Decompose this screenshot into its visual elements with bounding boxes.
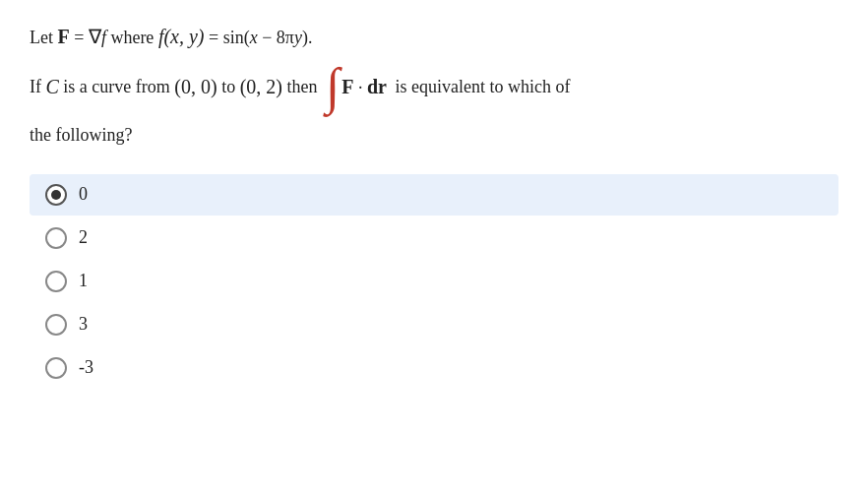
line2-C: C xyxy=(46,70,59,103)
line1-prefix: Let xyxy=(30,28,58,47)
line1-equals: = sin(x − 8πy). xyxy=(205,28,313,47)
question-text-line2: If C is a curve from (0, 0) to (0, 2) th… xyxy=(30,61,838,112)
line2-then: then xyxy=(286,72,317,102)
integral-symbol: ∫ xyxy=(326,61,340,112)
question-line3: the following? xyxy=(30,120,838,151)
radio-inner-dot xyxy=(51,190,61,200)
question-text: Let F = ∇f where f(x, y) = sin(x − 8πy). xyxy=(30,20,838,53)
option-item[interactable]: -3 xyxy=(30,347,838,389)
line1-eq: = xyxy=(70,28,89,47)
line2-prefix: If xyxy=(30,72,41,102)
option-label: -3 xyxy=(79,357,93,378)
line2-suffix: is equivalent to which of xyxy=(395,72,570,102)
option-label: 2 xyxy=(79,227,88,248)
option-item[interactable]: 2 xyxy=(30,217,838,259)
line2-curve: is a curve from xyxy=(63,72,169,102)
integral-container: ∫ F · dr xyxy=(326,61,387,112)
radio-button[interactable] xyxy=(45,227,67,249)
line1-nabla: ∇ xyxy=(89,26,101,47)
radio-button[interactable] xyxy=(45,184,67,206)
option-label: 3 xyxy=(79,314,88,335)
question-block: Let F = ∇f where f(x, y) = sin(x − 8πy).… xyxy=(30,20,838,151)
radio-button[interactable] xyxy=(45,314,67,336)
line1-func: f(x, y) xyxy=(158,26,205,47)
options-list: 0213-3 xyxy=(30,174,838,389)
integral-dot: · xyxy=(353,78,367,97)
line1-F: F xyxy=(58,26,70,47)
option-item[interactable]: 0 xyxy=(30,174,838,216)
line2-end: (0, 2) xyxy=(240,70,282,103)
option-label: 0 xyxy=(79,184,88,205)
integral-F: F xyxy=(341,76,353,97)
line2-from: (0, 0) xyxy=(174,70,217,103)
line2-to: to xyxy=(221,72,235,102)
option-item[interactable]: 3 xyxy=(30,304,838,345)
integral-expression: F · dr xyxy=(341,70,387,103)
integral-dr: dr xyxy=(367,76,387,97)
option-label: 1 xyxy=(79,271,88,291)
radio-button[interactable] xyxy=(45,357,67,379)
option-item[interactable]: 1 xyxy=(30,261,838,302)
line1-where: where xyxy=(106,28,158,47)
radio-button[interactable] xyxy=(45,271,67,292)
